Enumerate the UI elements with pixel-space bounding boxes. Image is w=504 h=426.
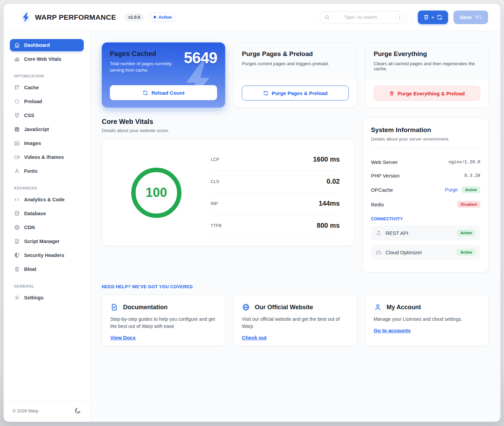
purge-pages-button[interactable]: Purge Pages & Preload [242, 86, 348, 100]
opcache-purge-link[interactable]: Purge [445, 187, 458, 192]
sidebar-item-database[interactable]: Database [10, 207, 84, 220]
logo-bolt-icon [21, 12, 30, 22]
sidebar-item-settings[interactable]: Settings [10, 292, 84, 304]
trash-icon [389, 91, 394, 96]
sidebar-item-dashboard[interactable]: Dashboard [10, 39, 84, 51]
dark-mode-toggle[interactable] [74, 407, 81, 414]
sidebar-item-label: Bloat [24, 266, 36, 272]
vitals-subtitle: Details about your website score. [102, 128, 354, 133]
purge-and-reload-button[interactable]: + [418, 11, 448, 24]
globe-icon [242, 303, 250, 311]
help-card-title: Documentation [123, 304, 168, 311]
documentation-card: Documentation Step-by-step guides to hel… [102, 295, 225, 346]
purge-pages-button-label: Purge Pages & Preload [272, 90, 328, 96]
css-icon [14, 112, 20, 118]
metric-label: INP [211, 201, 218, 206]
metric-row-lcp: LCP 1600 ms [211, 149, 340, 171]
user-icon [374, 303, 382, 311]
vitals-card: 100 LCP 1600 ms CLS 0.02 [102, 139, 354, 246]
system-row-label: OPCache [371, 187, 393, 193]
help-section-title: NEED HELP? WE'VE GOT YOU COVERED [102, 284, 489, 289]
sidebar-item-label: Fonts [24, 168, 37, 174]
metric-row-cls: CLS 0.02 [211, 171, 340, 193]
opcache-status-badge: Active [462, 186, 480, 193]
purge-pages-title: Purge Pages & Preload [242, 50, 348, 58]
purge-pages-description: Purges current pages and triggers preloa… [242, 61, 348, 66]
sidebar-footer: © 2026 Warp [4, 400, 90, 422]
app-window: WARP PERFORMANCE v1.0.0 Active / + Save … [3, 3, 501, 422]
cache-icon [14, 85, 20, 91]
sidebar-item-label: Dashboard [24, 42, 50, 48]
reload-count-button[interactable]: Reload Count [110, 85, 217, 100]
sidebar-item-cache[interactable]: Cache [10, 81, 84, 94]
connectivity-label: REST API [386, 230, 408, 236]
system-row-php-version: PHP Version 8.3.28 [371, 173, 480, 179]
sidebar-item-label: Images [24, 141, 41, 146]
trash-icon [423, 14, 429, 20]
reload-count-label: Reload Count [151, 90, 185, 96]
upload-icon [376, 230, 382, 236]
connectivity-title: CONNECTIVITY [371, 217, 480, 221]
video-icon [14, 154, 20, 160]
help-card-description: Visit our official website and get the b… [242, 316, 348, 330]
javascript-icon: JS [14, 126, 20, 132]
help-card-title: My Account [387, 304, 421, 311]
sidebar-item-cdn[interactable]: CDN [10, 221, 84, 234]
search-input[interactable] [332, 15, 393, 20]
refresh-icon [263, 90, 269, 96]
sidebar-item-script-manager[interactable]: Script Manager [10, 235, 84, 247]
sidebar-item-javascript[interactable]: JS JavaScript [10, 123, 84, 135]
help-card-description: Manage your Licenses and cloud settings. [374, 316, 480, 323]
refresh-icon [142, 90, 148, 96]
globe-icon [14, 224, 20, 230]
sidebar-item-videos-iframes[interactable]: Videos & iframes [10, 151, 84, 163]
sidebar-item-label: Core Web Vitals [24, 56, 61, 62]
bar-chart-icon [14, 56, 20, 62]
view-docs-link[interactable]: View Docs [110, 335, 136, 340]
sidebar-item-css[interactable]: CSS [10, 109, 84, 122]
moon-icon [74, 407, 81, 414]
pages-cached-card: Pages Cached Total number of pages curre… [102, 42, 225, 108]
gear-icon [14, 295, 20, 301]
purge-everything-button[interactable]: Purge Everything & Preload [374, 86, 480, 101]
go-to-accounts-link[interactable]: Go to accounts [374, 328, 411, 333]
database-icon [14, 210, 20, 217]
save-label: Save [460, 14, 471, 20]
sidebar-item-images[interactable]: Images [10, 137, 84, 149]
sidebar-item-label: JavaScript [24, 127, 49, 132]
sidebar-item-analytics-code[interactable]: Analytics & Code [10, 193, 84, 206]
shield-icon [14, 252, 20, 258]
system-info-subtitle: Details about your server environment. [371, 136, 480, 142]
home-icon [14, 42, 20, 48]
metric-label: LCP [211, 157, 219, 162]
sidebar-item-label: Preload [24, 99, 42, 104]
my-account-card: My Account Manage your Licenses and clou… [365, 295, 489, 346]
app-header: WARP PERFORMANCE v1.0.0 Active / + Save … [4, 4, 500, 31]
help-card-description: Step-by-step guides to help you configur… [110, 316, 217, 330]
system-row-label: Web Server [371, 159, 398, 165]
save-button[interactable]: Save ⌘S [453, 11, 488, 24]
system-row-value: nginx/1.28.0 [448, 160, 480, 165]
score-ring: 100 [131, 168, 181, 218]
system-row-redis: Redis Disabled [371, 201, 480, 208]
sidebar-item-fonts[interactable]: Fonts [10, 165, 84, 177]
system-row-opcache: OPCache Purge Active [371, 186, 480, 193]
sidebar-item-label: CSS [24, 113, 34, 118]
sidebar-item-bloat[interactable]: Bloat [10, 263, 84, 275]
system-row-value: 8.3.28 [464, 173, 480, 178]
vitals-title: Core Web Vitals [102, 118, 354, 126]
purge-plus-label: + [431, 14, 434, 20]
pages-cached-title: Pages Cached [110, 50, 181, 58]
sidebar: Dashboard Core Web Vitals OPTIMIZATION C… [4, 31, 90, 422]
check-out-link[interactable]: Check out [242, 335, 267, 340]
spinner-icon [14, 98, 20, 105]
system-row-label: PHP Version [371, 173, 400, 179]
sidebar-item-preload[interactable]: Preload [10, 95, 84, 108]
sidebar-item-security-headers[interactable]: Security Headers [10, 249, 84, 261]
pages-cached-count: 5649 [184, 50, 217, 74]
sidebar-item-core-web-vitals[interactable]: Core Web Vitals [10, 53, 84, 65]
sidebar-section-advanced: ADVANCED [14, 186, 84, 190]
score-value: 100 [146, 185, 167, 200]
purge-everything-button-label: Purge Everything & Preload [398, 91, 465, 96]
sidebar-section-general: GENERAL [14, 284, 84, 288]
